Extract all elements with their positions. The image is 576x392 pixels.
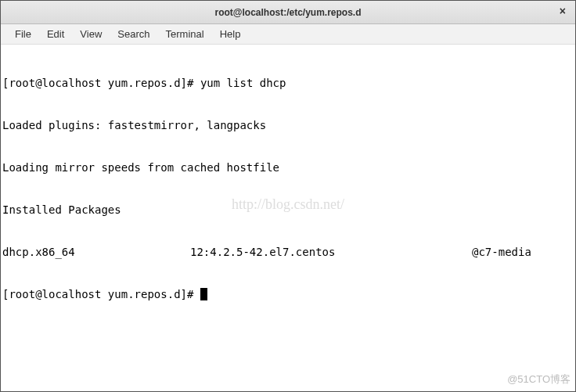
package-name: dhcp.x86_64 [2,245,190,259]
shell-prompt: [root@localhost yum.repos.d]# [2,77,200,89]
terminal-output: Installed Packages [2,203,574,217]
package-version: 12:4.2.5-42.el7.centos [190,245,472,259]
menu-terminal[interactable]: Terminal [158,26,212,42]
package-row: dhcp.x86_6412:4.2.5-42.el7.centos@c7-med… [2,245,574,259]
terminal-output: Loading mirror speeds from cached hostfi… [2,160,574,174]
cursor-icon [200,288,207,300]
shell-command: yum list dhcp [200,77,286,89]
package-repo: @c7-media [472,245,574,259]
menu-search[interactable]: Search [110,26,157,42]
terminal-line: [root@localhost yum.repos.d]# [2,287,574,301]
window-title: root@localhost:/etc/yum.repos.d [214,7,361,18]
terminal-output: Loaded plugins: fastestmirror, langpacks [2,118,574,132]
terminal-line: [root@localhost yum.repos.d]# yum list d… [2,76,574,90]
shell-prompt: [root@localhost yum.repos.d]# [2,288,200,300]
menu-file[interactable]: File [7,26,39,42]
title-bar: root@localhost:/etc/yum.repos.d × [1,1,575,24]
terminal-area[interactable]: [root@localhost yum.repos.d]# yum list d… [1,45,575,391]
menu-edit[interactable]: Edit [39,26,72,42]
menu-view[interactable]: View [72,26,110,42]
menu-bar: File Edit View Search Terminal Help [1,24,575,45]
menu-help[interactable]: Help [212,26,249,42]
close-icon[interactable]: × [560,5,566,16]
